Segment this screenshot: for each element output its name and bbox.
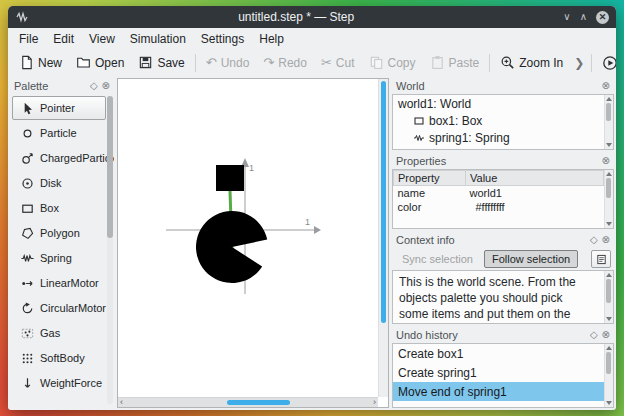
world-panel-header: World ⊗ <box>392 78 614 94</box>
palette-item-spring[interactable]: Spring <box>12 246 106 270</box>
new-button[interactable]: New <box>12 53 69 72</box>
scrollbar-thumb[interactable] <box>227 400 289 405</box>
magnifier-plus-icon <box>500 55 515 70</box>
close-panel-icon[interactable]: ⊗ <box>602 81 610 91</box>
y-axis-tick-label: 1 <box>249 163 254 173</box>
palette-item-pointer[interactable]: Pointer <box>12 96 106 120</box>
toolbar-overflow-chevron[interactable]: ❯ <box>570 56 588 70</box>
palette-item-particle[interactable]: Particle <box>12 121 106 145</box>
paste-button[interactable]: Paste <box>423 53 487 72</box>
scrollbar-thumb[interactable] <box>381 81 386 323</box>
palette-item-gas[interactable]: Gas <box>12 321 106 345</box>
menu-file[interactable]: File <box>12 30 45 48</box>
properties-panel: Properties ⊗ Property Value name world1 <box>392 153 614 229</box>
scroll-left-arrow-icon[interactable]: ‹ <box>118 398 125 407</box>
palette-item-disk[interactable]: Disk <box>12 171 106 195</box>
minimize-button[interactable]: ∨ <box>563 12 570 22</box>
menu-help[interactable]: Help <box>252 30 291 48</box>
column-header-value[interactable]: Value <box>466 171 604 186</box>
menu-view[interactable]: View <box>82 30 122 48</box>
column-header-property[interactable]: Property <box>394 171 466 186</box>
open-button[interactable]: Open <box>69 53 131 72</box>
sync-selection-button[interactable]: Sync selection <box>395 251 480 267</box>
linear-motor-icon <box>20 276 35 291</box>
scroll-right-arrow-icon[interactable]: › <box>371 398 378 407</box>
property-row[interactable]: name world1 <box>394 186 604 200</box>
floppy-save-icon <box>138 55 153 70</box>
undo-list: Create box1 Create spring1 Move end of s… <box>392 343 614 408</box>
spring-icon <box>413 132 425 144</box>
x-axis-tick-label: 1 <box>305 217 310 227</box>
float-panel-icon[interactable]: ◇ <box>90 81 98 91</box>
cut-button[interactable]: ✂ Cut <box>314 54 362 72</box>
undo-item[interactable]: Create box1 <box>393 344 613 363</box>
palette-item-chargedparticle[interactable]: ChargedParticle <box>12 146 106 170</box>
disk1-object[interactable] <box>196 211 267 283</box>
save-button[interactable]: Save <box>131 53 191 72</box>
menu-edit[interactable]: Edit <box>46 30 81 48</box>
palette-item-weightforce[interactable]: WeightForce <box>12 371 106 395</box>
weight-force-icon <box>20 376 35 391</box>
redo-arrow-icon: ↷ <box>263 56 274 69</box>
menu-simulation[interactable]: Simulation <box>123 30 193 48</box>
simulate-button[interactable]: Simulate <box>595 53 616 73</box>
right-dock-column: World ⊗ world1: World box1: Box spring1:… <box>392 78 614 408</box>
palette-scrollbar[interactable] <box>107 96 113 404</box>
redo-button[interactable]: ↷ Redo <box>256 54 314 72</box>
toolbar-separator <box>591 54 592 72</box>
undo-button[interactable]: ↶ Undo <box>199 54 257 72</box>
properties-table-wrap: Property Value name world1 color #ffffff… <box>392 169 614 229</box>
palette-item-polygon[interactable]: Polygon <box>12 221 106 245</box>
world-scrollbar[interactable] <box>604 95 613 149</box>
palette-list: Pointer Particle ChargedParticle Disk Bo… <box>10 94 114 408</box>
undo-item[interactable]: Create spring1 <box>393 363 613 382</box>
box-icon <box>413 115 425 127</box>
document-new-icon <box>19 55 34 70</box>
zoom-in-button[interactable]: Zoom In <box>493 53 570 72</box>
palette-item-circularmotor[interactable]: CircularMotor <box>12 296 106 320</box>
copy-button[interactable]: Copy <box>362 53 423 72</box>
tree-item-spring1[interactable]: spring1: Spring <box>393 129 613 146</box>
folder-open-icon <box>76 55 91 70</box>
close-panel-icon[interactable]: ⊗ <box>602 330 610 340</box>
close-panel-icon[interactable]: ⊗ <box>602 156 610 166</box>
world-canvas[interactable]: 1 1 ‹ › <box>117 78 389 408</box>
float-panel-icon[interactable]: ◇ <box>590 235 598 245</box>
properties-scrollbar[interactable] <box>604 170 613 228</box>
close-button[interactable]: ✕ <box>596 11 609 24</box>
context-info-panel: Context info ◇ ⊗ Sync selection Follow s… <box>392 232 614 324</box>
circular-motor-icon <box>20 301 35 316</box>
menu-settings[interactable]: Settings <box>194 30 251 48</box>
open-in-browser-button[interactable] <box>591 250 611 268</box>
canvas-vertical-scrollbar[interactable] <box>378 79 388 397</box>
canvas-horizontal-scrollbar[interactable]: ‹ › <box>118 397 378 407</box>
follow-selection-button[interactable]: Follow selection <box>484 250 578 268</box>
box-icon <box>20 201 35 216</box>
palette-item-linearmotor[interactable]: LinearMotor <box>12 271 106 295</box>
property-row[interactable]: color #ffffffff <box>394 200 604 214</box>
box1-object[interactable] <box>216 165 244 191</box>
toolbar: New Open Save ↶ Undo ↷ Redo ✂ Cut Copy <box>8 49 616 76</box>
properties-panel-title: Properties <box>396 155 446 167</box>
close-panel-icon[interactable]: ⊗ <box>102 81 110 91</box>
world-panel: World ⊗ world1: World box1: Box spring1:… <box>392 78 614 150</box>
context-panel-title: Context info <box>396 234 455 246</box>
app-icon <box>15 10 29 24</box>
maximize-button[interactable]: ∧ <box>580 12 587 22</box>
context-panel-header: Context info ◇ ⊗ <box>392 232 614 248</box>
main-area: Palette ◇ ⊗ Pointer Particle ChargedPart… <box>8 76 616 410</box>
palette-item-softbody[interactable]: SoftBody <box>12 346 106 370</box>
scissors-icon: ✂ <box>321 56 332 69</box>
context-text: This is the world scene. From the object… <box>393 271 593 324</box>
context-text-area: This is the world scene. From the object… <box>392 270 614 324</box>
palette-item-box[interactable]: Box <box>12 196 106 220</box>
world-panel-title: World <box>396 80 425 92</box>
float-panel-icon[interactable]: ◇ <box>590 330 598 340</box>
tree-item-world1[interactable]: world1: World <box>393 95 613 112</box>
undo-scrollbar[interactable] <box>604 344 613 407</box>
undo-item-selected[interactable]: Move end of spring1 <box>393 382 613 401</box>
tree-item-box1[interactable]: box1: Box <box>393 112 613 129</box>
context-scrollbar[interactable] <box>604 271 613 323</box>
close-panel-icon[interactable]: ⊗ <box>602 235 610 245</box>
titlebar[interactable]: untitled.step * — Step ∨ ∧ ✕ <box>8 6 616 28</box>
